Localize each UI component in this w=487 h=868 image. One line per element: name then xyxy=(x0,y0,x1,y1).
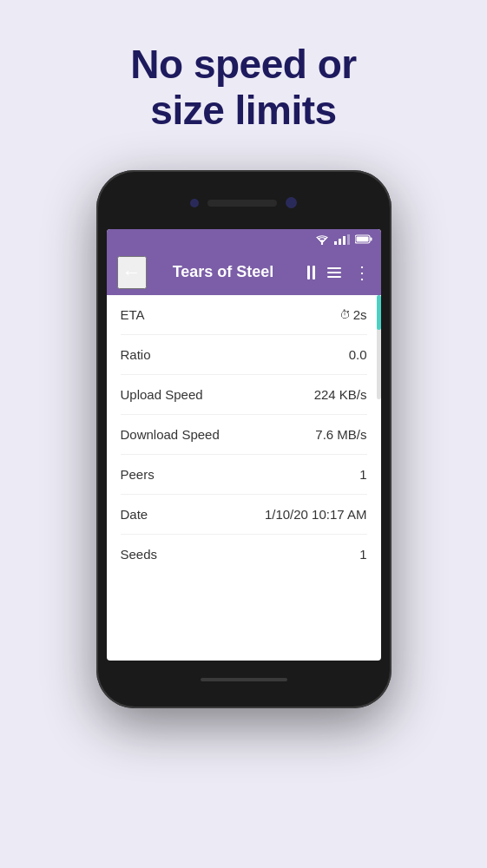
info-value: 0.0 xyxy=(349,347,367,362)
phone-bottom xyxy=(96,661,392,708)
info-row: Peers1 xyxy=(121,455,367,495)
info-row: ETA⏱2s xyxy=(121,295,367,335)
pause-icon xyxy=(307,266,315,279)
phone-shell: ← Tears of Steel xyxy=(96,170,392,708)
home-bar xyxy=(201,678,287,681)
info-value-text: 0.0 xyxy=(349,347,367,362)
speaker-bar xyxy=(207,200,277,207)
svg-rect-7 xyxy=(356,237,368,242)
phone-screen: ← Tears of Steel xyxy=(107,229,381,661)
camera-dot-large xyxy=(286,197,297,208)
info-value-text: 2s xyxy=(353,307,367,322)
svg-rect-2 xyxy=(339,239,341,245)
phone-mockup: ← Tears of Steel xyxy=(96,170,392,708)
camera-area xyxy=(190,197,297,208)
info-value-text: 1 xyxy=(359,467,366,482)
info-value-text: 224 KB/s xyxy=(314,387,367,402)
svg-rect-3 xyxy=(343,236,346,245)
pause-button[interactable] xyxy=(307,266,315,279)
info-label: Upload Speed xyxy=(121,387,203,402)
info-label: ETA xyxy=(121,307,145,322)
list-line-1 xyxy=(327,267,341,269)
status-bar xyxy=(107,229,381,250)
info-value-text: 7.6 MB/s xyxy=(315,427,366,442)
info-value-text: 1/10/20 10:17 AM xyxy=(265,507,367,522)
phone-topbar xyxy=(96,170,392,229)
info-value: ⏱2s xyxy=(339,307,367,322)
svg-rect-4 xyxy=(347,234,350,245)
info-value-text: 1 xyxy=(359,547,366,562)
progress-fill xyxy=(377,295,381,330)
info-value: 224 KB/s xyxy=(314,387,367,402)
info-value: 1 xyxy=(359,547,366,562)
clock-icon: ⏱ xyxy=(339,308,351,321)
info-label: Peers xyxy=(121,467,155,482)
headline-line1: No speed or xyxy=(130,42,356,87)
toolbar-icons: ⋮ xyxy=(307,262,371,283)
app-toolbar: ← Tears of Steel xyxy=(107,250,381,295)
svg-rect-1 xyxy=(334,241,337,245)
info-value: 1 xyxy=(359,467,366,482)
signal-icon xyxy=(334,234,350,245)
page-headline: No speed or size limits xyxy=(95,42,391,134)
info-row: Seeds1 xyxy=(121,535,367,574)
pause-bar-left xyxy=(307,266,310,279)
svg-point-0 xyxy=(320,243,322,245)
pause-bar-right xyxy=(313,266,315,279)
info-value: 7.6 MB/s xyxy=(315,427,366,442)
app-title: Tears of Steel xyxy=(157,263,290,281)
info-list: ETA⏱2sRatio0.0Upload Speed224 KB/sDownlo… xyxy=(107,295,381,574)
info-row: Date1/10/20 10:17 AM xyxy=(121,495,367,535)
svg-rect-6 xyxy=(370,238,372,241)
list-line-2 xyxy=(327,272,341,273)
scroll-indicator xyxy=(377,295,381,399)
info-value: 1/10/20 10:17 AM xyxy=(265,507,367,522)
info-row: Upload Speed224 KB/s xyxy=(121,375,367,415)
back-button[interactable]: ← xyxy=(117,256,147,289)
info-row: Ratio0.0 xyxy=(121,335,367,375)
list-icon xyxy=(327,267,341,278)
camera-dot-small xyxy=(190,199,199,207)
headline-line2: size limits xyxy=(150,88,336,133)
info-row: Download Speed7.6 MB/s xyxy=(121,415,367,455)
wifi-icon xyxy=(315,234,329,245)
info-label: Seeds xyxy=(121,547,158,562)
info-label: Date xyxy=(121,507,148,522)
more-button[interactable]: ⋮ xyxy=(353,262,371,283)
info-label: Ratio xyxy=(121,347,151,362)
list-line-3 xyxy=(327,276,341,278)
info-label: Download Speed xyxy=(121,427,220,442)
battery-icon xyxy=(355,234,372,244)
list-button[interactable] xyxy=(327,267,341,278)
